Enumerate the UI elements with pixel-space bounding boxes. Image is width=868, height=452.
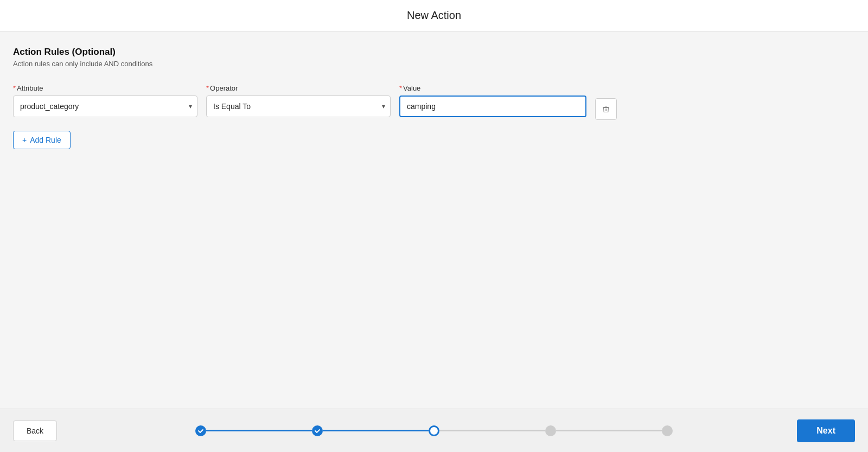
check-icon-2 <box>314 428 321 434</box>
operator-select-wrapper: Is Equal To Is Not Equal To Contains Doe… <box>206 96 391 117</box>
rule-row: *Attribute product_category product_name… <box>13 84 855 120</box>
step-line-2 <box>323 430 429 431</box>
section-title: Action Rules (Optional) <box>13 47 855 58</box>
header: New Action <box>0 0 868 31</box>
trash-icon <box>602 105 610 113</box>
step-1-dot <box>195 425 206 436</box>
section-subtitle: Action rules can only include AND condit… <box>13 60 855 68</box>
operator-label: *Operator <box>206 84 391 92</box>
value-required-marker: * <box>399 84 402 92</box>
progress-stepper <box>195 425 673 436</box>
attribute-required-marker: * <box>13 84 16 92</box>
step-2-dot <box>312 425 323 436</box>
add-rule-plus-icon: + <box>22 136 27 144</box>
attribute-field-group: *Attribute product_category product_name… <box>13 84 197 117</box>
step-3-dot <box>429 425 439 436</box>
operator-required-marker: * <box>206 84 209 92</box>
step-5-dot <box>662 425 673 436</box>
attribute-select[interactable]: product_category product_name product_pr… <box>13 96 197 117</box>
attribute-label: *Attribute <box>13 84 197 92</box>
svg-rect-1 <box>605 106 608 106</box>
value-label: *Value <box>399 84 586 92</box>
step-line-3 <box>439 430 545 431</box>
value-field-group: *Value <box>399 84 586 117</box>
footer: Back Next <box>0 409 868 452</box>
delete-rule-button[interactable] <box>595 98 617 120</box>
operator-field-group: *Operator Is Equal To Is Not Equal To Co… <box>206 84 391 117</box>
check-icon-1 <box>197 428 204 434</box>
attribute-select-wrapper: product_category product_name product_pr… <box>13 96 197 117</box>
add-rule-label: Add Rule <box>30 136 61 144</box>
add-rule-button[interactable]: + Add Rule <box>13 131 71 149</box>
operator-select[interactable]: Is Equal To Is Not Equal To Contains Doe… <box>206 96 391 117</box>
next-button[interactable]: Next <box>797 419 855 442</box>
main-content: Action Rules (Optional) Action rules can… <box>0 31 868 409</box>
step-line-4 <box>556 430 662 431</box>
value-input[interactable] <box>399 96 586 117</box>
back-button[interactable]: Back <box>13 421 57 441</box>
step-line-1 <box>206 430 312 431</box>
page-title: New Action <box>407 9 461 22</box>
step-4-dot <box>545 425 556 436</box>
